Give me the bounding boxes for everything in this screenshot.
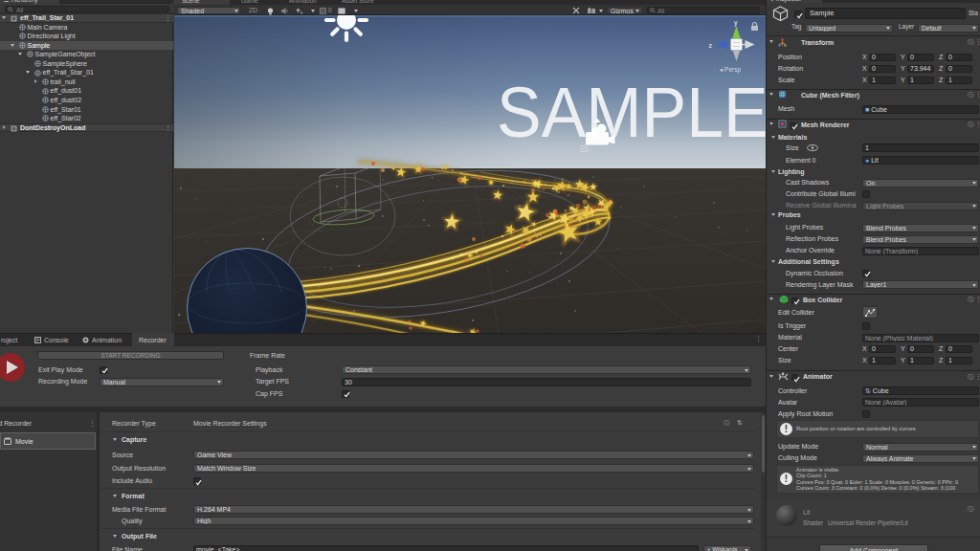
svg-text:y: y (734, 19, 738, 27)
svg-text:SAMPLE: SAMPLE (497, 73, 766, 151)
svg-text:◂ Persp: ◂ Persp (720, 66, 741, 74)
svg-text:z: z (709, 42, 713, 49)
